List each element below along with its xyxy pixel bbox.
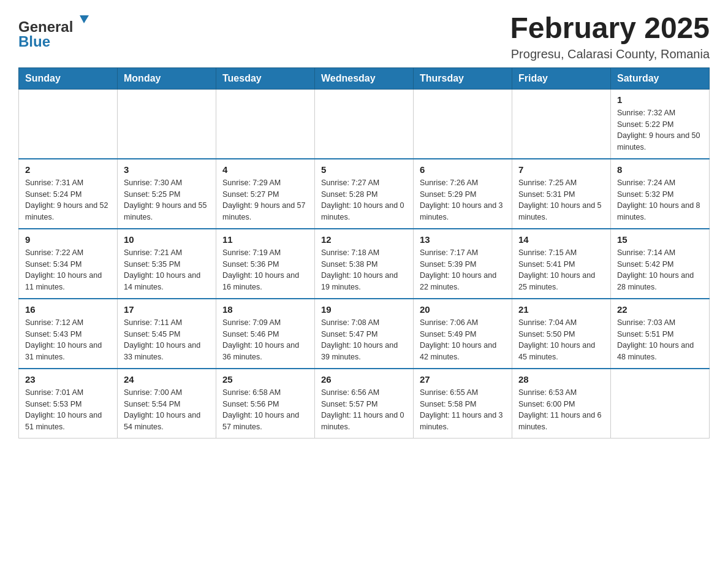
calendar-cell [19,89,118,159]
week-row-5: 23Sunrise: 7:01 AMSunset: 5:53 PMDayligh… [19,369,710,439]
location-subtitle: Progresu, Calarasi County, Romania [510,47,710,61]
logo: General Blue [18,12,98,52]
day-number: 23 [25,374,111,385]
calendar-cell: 3Sunrise: 7:30 AMSunset: 5:25 PMDaylight… [118,159,216,229]
day-number: 4 [222,164,308,175]
day-info: Sunrise: 7:24 AMSunset: 5:32 PMDaylight:… [617,177,703,223]
week-row-1: 1Sunrise: 7:32 AMSunset: 5:22 PMDaylight… [19,89,710,159]
day-number: 5 [321,164,407,175]
calendar-cell: 19Sunrise: 7:08 AMSunset: 5:47 PMDayligh… [315,299,414,369]
day-info: Sunrise: 7:12 AMSunset: 5:43 PMDaylight:… [25,317,111,363]
weekday-header-tuesday: Tuesday [216,67,315,89]
calendar-cell: 9Sunrise: 7:22 AMSunset: 5:34 PMDaylight… [19,229,118,299]
day-number: 3 [124,164,210,175]
day-info: Sunrise: 6:53 AMSunset: 6:00 PMDaylight:… [518,387,604,433]
day-number: 26 [321,374,407,385]
logo-svg: General Blue [18,12,98,52]
day-info: Sunrise: 7:19 AMSunset: 5:36 PMDaylight:… [222,247,308,293]
day-info: Sunrise: 7:21 AMSunset: 5:35 PMDaylight:… [124,247,210,293]
calendar-cell: 23Sunrise: 7:01 AMSunset: 5:53 PMDayligh… [19,369,118,439]
day-number: 21 [518,304,604,315]
day-number: 16 [25,304,111,315]
day-number: 1 [617,94,703,105]
page-header: General Blue February 2025 Progresu, Cal… [18,12,710,61]
day-info: Sunrise: 6:55 AMSunset: 5:58 PMDaylight:… [420,387,506,433]
weekday-header-thursday: Thursday [414,67,512,89]
calendar-cell: 7Sunrise: 7:25 AMSunset: 5:31 PMDaylight… [512,159,611,229]
day-info: Sunrise: 7:03 AMSunset: 5:51 PMDaylight:… [617,317,703,363]
svg-marker-1 [80,15,89,23]
day-info: Sunrise: 7:08 AMSunset: 5:47 PMDaylight:… [321,317,407,363]
day-number: 25 [222,374,308,385]
calendar-cell: 10Sunrise: 7:21 AMSunset: 5:35 PMDayligh… [118,229,216,299]
calendar-cell: 15Sunrise: 7:14 AMSunset: 5:42 PMDayligh… [611,229,710,299]
calendar-cell [315,89,414,159]
day-number: 15 [617,234,703,245]
calendar-cell: 13Sunrise: 7:17 AMSunset: 5:39 PMDayligh… [414,229,512,299]
day-info: Sunrise: 6:56 AMSunset: 5:57 PMDaylight:… [321,387,407,433]
week-row-4: 16Sunrise: 7:12 AMSunset: 5:43 PMDayligh… [19,299,710,369]
day-info: Sunrise: 7:27 AMSunset: 5:28 PMDaylight:… [321,177,407,223]
weekday-header-wednesday: Wednesday [315,67,414,89]
calendar-cell: 20Sunrise: 7:06 AMSunset: 5:49 PMDayligh… [414,299,512,369]
day-info: Sunrise: 7:31 AMSunset: 5:24 PMDaylight:… [25,177,111,223]
calendar-cell: 5Sunrise: 7:27 AMSunset: 5:28 PMDaylight… [315,159,414,229]
day-info: Sunrise: 7:11 AMSunset: 5:45 PMDaylight:… [124,317,210,363]
calendar-cell: 27Sunrise: 6:55 AMSunset: 5:58 PMDayligh… [414,369,512,439]
day-number: 28 [518,374,604,385]
day-info: Sunrise: 7:15 AMSunset: 5:41 PMDaylight:… [518,247,604,293]
day-number: 11 [222,234,308,245]
calendar-cell [414,89,512,159]
day-info: Sunrise: 7:18 AMSunset: 5:38 PMDaylight:… [321,247,407,293]
calendar-cell: 1Sunrise: 7:32 AMSunset: 5:22 PMDaylight… [611,89,710,159]
day-info: Sunrise: 7:32 AMSunset: 5:22 PMDaylight:… [617,107,703,153]
day-number: 27 [420,374,506,385]
day-info: Sunrise: 7:29 AMSunset: 5:27 PMDaylight:… [222,177,308,223]
day-number: 14 [518,234,604,245]
day-info: Sunrise: 7:25 AMSunset: 5:31 PMDaylight:… [518,177,604,223]
calendar-cell: 24Sunrise: 7:00 AMSunset: 5:54 PMDayligh… [118,369,216,439]
calendar-cell: 18Sunrise: 7:09 AMSunset: 5:46 PMDayligh… [216,299,315,369]
calendar-cell: 16Sunrise: 7:12 AMSunset: 5:43 PMDayligh… [19,299,118,369]
day-number: 24 [124,374,210,385]
day-number: 22 [617,304,703,315]
calendar-cell: 17Sunrise: 7:11 AMSunset: 5:45 PMDayligh… [118,299,216,369]
svg-text:General: General [18,18,73,35]
calendar-cell: 11Sunrise: 7:19 AMSunset: 5:36 PMDayligh… [216,229,315,299]
day-info: Sunrise: 7:14 AMSunset: 5:42 PMDaylight:… [617,247,703,293]
day-number: 10 [124,234,210,245]
day-number: 20 [420,304,506,315]
calendar-cell: 2Sunrise: 7:31 AMSunset: 5:24 PMDaylight… [19,159,118,229]
week-row-2: 2Sunrise: 7:31 AMSunset: 5:24 PMDaylight… [19,159,710,229]
day-info: Sunrise: 7:17 AMSunset: 5:39 PMDaylight:… [420,247,506,293]
calendar-cell: 8Sunrise: 7:24 AMSunset: 5:32 PMDaylight… [611,159,710,229]
calendar-cell [611,369,710,439]
calendar-cell [118,89,216,159]
calendar-cell: 26Sunrise: 6:56 AMSunset: 5:57 PMDayligh… [315,369,414,439]
weekday-header-saturday: Saturday [611,67,710,89]
day-info: Sunrise: 7:06 AMSunset: 5:49 PMDaylight:… [420,317,506,363]
day-info: Sunrise: 7:22 AMSunset: 5:34 PMDaylight:… [25,247,111,293]
day-info: Sunrise: 7:30 AMSunset: 5:25 PMDaylight:… [124,177,210,223]
calendar-cell: 12Sunrise: 7:18 AMSunset: 5:38 PMDayligh… [315,229,414,299]
weekday-header-row: SundayMondayTuesdayWednesdayThursdayFrid… [19,67,710,89]
day-number: 12 [321,234,407,245]
day-info: Sunrise: 7:26 AMSunset: 5:29 PMDaylight:… [420,177,506,223]
calendar-cell [216,89,315,159]
calendar-cell: 21Sunrise: 7:04 AMSunset: 5:50 PMDayligh… [512,299,611,369]
calendar-cell: 28Sunrise: 6:53 AMSunset: 6:00 PMDayligh… [512,369,611,439]
calendar-cell: 14Sunrise: 7:15 AMSunset: 5:41 PMDayligh… [512,229,611,299]
weekday-header-monday: Monday [118,67,216,89]
calendar-cell: 6Sunrise: 7:26 AMSunset: 5:29 PMDaylight… [414,159,512,229]
day-number: 8 [617,164,703,175]
calendar-cell: 4Sunrise: 7:29 AMSunset: 5:27 PMDaylight… [216,159,315,229]
weekday-header-friday: Friday [512,67,611,89]
day-number: 13 [420,234,506,245]
calendar-cell [512,89,611,159]
month-title: February 2025 [510,12,710,45]
week-row-3: 9Sunrise: 7:22 AMSunset: 5:34 PMDaylight… [19,229,710,299]
day-info: Sunrise: 7:04 AMSunset: 5:50 PMDaylight:… [518,317,604,363]
day-number: 6 [420,164,506,175]
title-block: February 2025 Progresu, Calarasi County,… [510,12,710,61]
calendar-cell: 22Sunrise: 7:03 AMSunset: 5:51 PMDayligh… [611,299,710,369]
